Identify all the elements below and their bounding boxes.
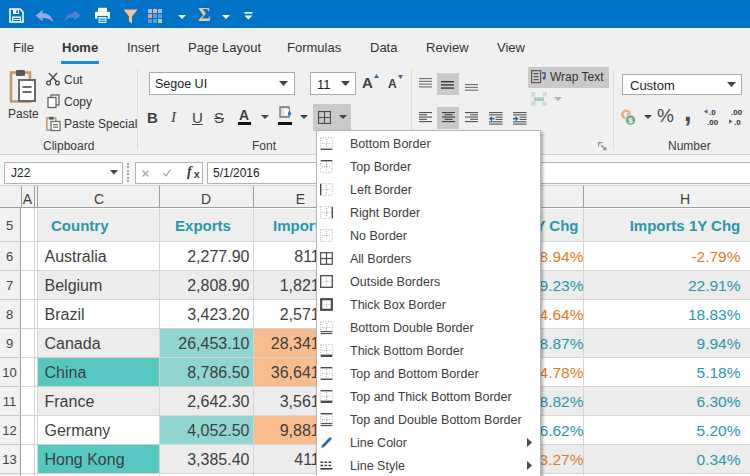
- svg-text:.0: .0: [709, 108, 716, 117]
- svg-text:.00: .00: [731, 108, 743, 117]
- svg-text:$: $: [628, 116, 633, 125]
- svg-text:+A+: +A+: [533, 96, 545, 102]
- svg-text:.0: .0: [734, 118, 741, 127]
- svg-text:.00: .00: [707, 118, 719, 127]
